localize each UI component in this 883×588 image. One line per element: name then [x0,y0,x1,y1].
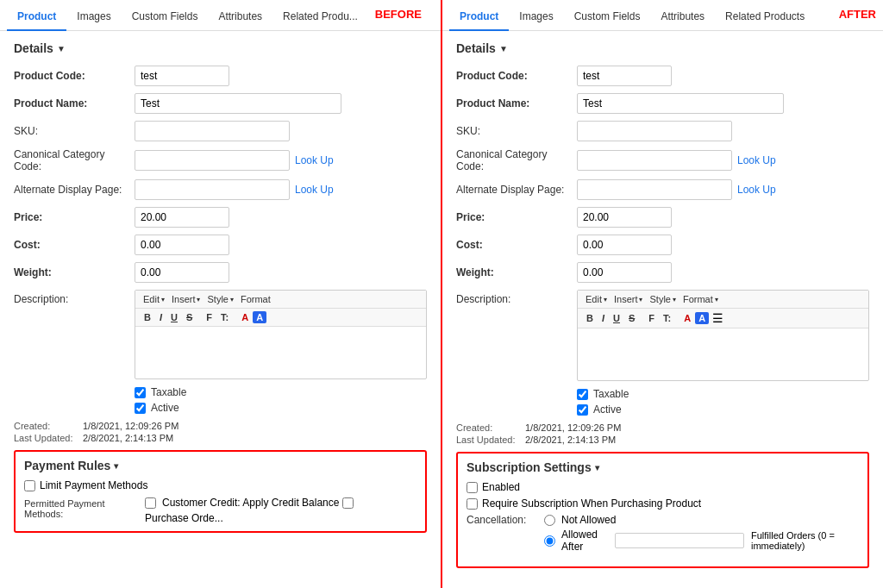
after-label: AFTER [839,8,876,21]
right-description-editor[interactable]: Edit▾ Insert▾ Style▾ Format▾ B I U S F T… [577,290,869,381]
f-button[interactable]: F [203,311,216,323]
allowed-after-radio[interactable] [544,535,555,547]
description-editor[interactable]: Edit▾ Insert▾ Style▾ Format B I U S F T: [135,290,427,379]
right-t-button[interactable]: T: [660,312,674,324]
bold-button[interactable]: B [141,311,154,323]
italic-button[interactable]: I [156,311,166,323]
format-menu[interactable]: Format [238,293,273,305]
right-text-color-icon[interactable]: A [681,312,693,324]
product-code-input[interactable] [135,66,229,86]
cancellation-options: Not Allowed Allowed After Fulfilled Orde… [544,514,859,553]
right-active-checkbox[interactable] [577,404,588,416]
active-row: Active [135,402,427,414]
right-editor-body[interactable] [578,328,868,380]
created-row: Created: 1/8/2021, 12:09:26 PM [14,421,427,431]
taxable-checkbox[interactable] [135,387,146,398]
right-weight-label: Weight: [456,266,577,278]
strikethrough-button[interactable]: S [183,311,196,323]
canonical-lookup-button[interactable]: Look Up [295,154,334,166]
right-tab-custom-fields[interactable]: Custom Fields [564,3,651,31]
right-tab-related-products[interactable]: Related Products [715,3,815,31]
alt-display-input[interactable] [135,179,290,200]
right-tab-product[interactable]: Product [449,3,509,31]
right-strikethrough-button[interactable]: S [625,312,638,324]
right-style-menu[interactable]: Style▾ [647,293,678,305]
right-bg-color-icon[interactable]: A [695,312,709,324]
alt-display-lookup-button[interactable]: Look Up [295,184,334,196]
t-button[interactable]: T: [217,311,232,323]
taxable-row: Taxable [135,386,427,398]
right-canonical-lookup-button[interactable]: Look Up [737,154,776,166]
right-alt-display-lookup-button[interactable]: Look Up [737,184,776,196]
right-product-code-row: Product Code: [456,66,869,86]
details-chevron-icon: ▼ [57,44,66,53]
allowed-after-row: Allowed After Fulfilled Orders (0 = imme… [544,529,859,553]
right-format-menu[interactable]: Format▾ [680,293,721,305]
enabled-checkbox[interactable] [467,482,478,493]
right-canonical-label: Canonical Category Code: [456,148,577,172]
cost-row: Cost: [14,235,427,255]
weight-input[interactable] [135,262,229,283]
left-tab-related-products[interactable]: Related Produ... [272,3,368,31]
cost-input[interactable] [135,235,229,255]
right-sku-label: SKU: [456,125,577,137]
right-created-row: Created: 1/8/2021, 12:09:26 PM [456,422,869,433]
right-alt-display-input[interactable] [577,179,732,200]
right-cost-label: Cost: [456,239,577,251]
right-tab-attributes[interactable]: Attributes [650,3,715,31]
style-menu[interactable]: Style▾ [204,293,235,305]
editor-body[interactable] [135,327,426,378]
left-tab-images[interactable]: Images [66,3,121,31]
right-italic-button[interactable]: I [598,312,608,324]
not-allowed-radio[interactable] [544,515,555,526]
left-details-header[interactable]: Details ▼ [14,41,427,55]
product-name-input[interactable] [135,93,341,114]
right-f-button[interactable]: F [645,312,658,324]
sku-input[interactable] [135,121,290,141]
payment-rules-header[interactable]: Payment Rules ▾ [24,459,416,472]
right-insert-menu[interactable]: Insert▾ [611,293,646,305]
right-details-header[interactable]: Details ▼ [456,41,869,55]
right-active-row: Active [577,403,869,416]
right-tab-images[interactable]: Images [509,3,563,31]
edit-menu[interactable]: Edit▾ [141,293,167,305]
canonical-row: Canonical Category Code: Look Up [14,148,427,172]
require-subscription-checkbox[interactable] [467,498,478,510]
right-product-name-row: Product Name: [456,93,869,114]
right-product-name-input[interactable] [577,93,784,114]
right-price-label: Price: [456,211,577,223]
price-input[interactable] [135,207,229,228]
right-price-input[interactable] [577,207,672,228]
right-product-name-label: Product Name: [456,97,577,109]
customer-credit-checkbox[interactable] [145,497,156,509]
enabled-row: Enabled [467,481,859,493]
canonical-input[interactable] [135,150,290,171]
right-product-code-input[interactable] [577,66,672,86]
left-tab-custom-fields[interactable]: Custom Fields [122,3,209,31]
right-cost-input[interactable] [577,235,672,255]
limit-payment-checkbox[interactable] [24,480,35,491]
right-sku-input[interactable] [577,121,732,141]
left-tab-product[interactable]: Product [7,3,66,31]
right-panel: Product Images Custom Fields Attributes … [442,0,883,588]
right-weight-input[interactable] [577,262,672,283]
subscription-settings-chevron-icon: ▾ [595,463,599,472]
created-value: 1/8/2021, 12:09:26 PM [83,421,178,431]
active-checkbox[interactable] [135,403,146,414]
left-tab-attributes[interactable]: Attributes [208,3,272,31]
right-editor-toolbar: Edit▾ Insert▾ Style▾ Format▾ [578,291,868,309]
bg-color-icon[interactable]: A [253,311,266,323]
right-taxable-row: Taxable [577,388,869,400]
subscription-settings-header[interactable]: Subscription Settings ▾ [467,460,859,474]
fulfilled-orders-input[interactable] [615,533,744,548]
right-canonical-input[interactable] [577,150,732,171]
purchase-order-checkbox[interactable] [342,497,354,509]
insert-menu[interactable]: Insert▾ [169,293,204,305]
right-edit-menu[interactable]: Edit▾ [583,293,610,305]
right-underline-button[interactable]: U [610,312,623,324]
right-menu-icon[interactable]: ☰ [712,311,723,325]
right-taxable-checkbox[interactable] [577,389,588,400]
underline-button[interactable]: U [167,311,181,323]
text-color-icon[interactable]: A [239,311,251,323]
right-bold-button[interactable]: B [583,312,597,324]
